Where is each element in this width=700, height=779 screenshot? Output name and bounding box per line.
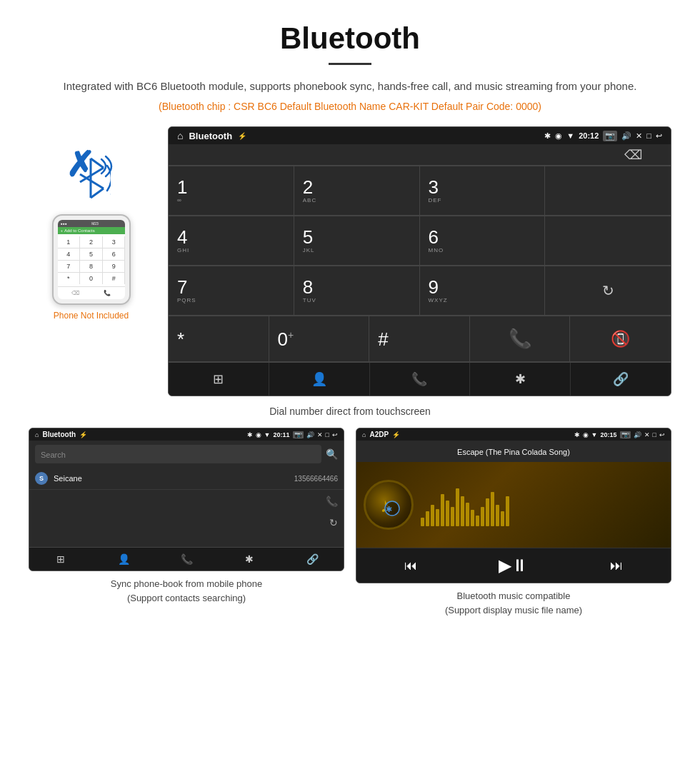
pb-signal-icon: ▼: [264, 431, 271, 438]
pb-x-icon: ✕: [317, 431, 323, 438]
phonebook-caption-line2: (Support contacts searching): [127, 593, 246, 603]
phone-not-included-label: Phone Not Included: [54, 311, 129, 321]
page-title: Bluetooth: [43, 21, 657, 56]
bt-symbol-svg: [71, 155, 111, 201]
key-0[interactable]: 0+: [269, 316, 370, 362]
key-1[interactable]: 1 ∞: [169, 166, 294, 216]
eq-bar-13: [481, 507, 484, 526]
window-status-icon: □: [646, 131, 651, 140]
music-caption: Bluetooth music compatible (Support disp…: [356, 589, 671, 617]
pb-status-right: ✱ ◉ ▼ 20:11 📷 🔊 ✕ □ ↩: [247, 431, 338, 438]
pb-nav-grid[interactable]: ⊞: [29, 548, 92, 571]
music-note-svg: ♪ ✱: [374, 491, 403, 519]
music-back-icon: ↩: [659, 431, 665, 438]
play-pause-button[interactable]: ▶⏸: [499, 556, 529, 576]
nav-link-icon[interactable]: 🔗: [571, 363, 671, 396]
pb-vol-icon: 🔊: [306, 431, 314, 438]
pb-nav-person[interactable]: 👤: [92, 548, 155, 571]
pb-contact-letter: S: [35, 472, 48, 485]
usb-icon: ⚡: [238, 132, 246, 140]
pb-nav-phone[interactable]: 📞: [155, 548, 218, 571]
music-signal-icon: ▼: [591, 431, 598, 438]
music-win-icon: □: [653, 431, 656, 438]
pb-side-icons: 📞 ↻: [29, 490, 344, 547]
key-empty-1: [545, 166, 671, 216]
music-eq-area: [421, 483, 664, 526]
music-vol-icon: 🔊: [634, 431, 641, 438]
nav-person-icon[interactable]: 👤: [269, 363, 370, 396]
phone-key-3: 3: [103, 236, 125, 248]
eq-bar-17: [501, 511, 504, 526]
dial-pad[interactable]: 1 ∞ 2 ABC 3 DEF 4 GHI: [169, 166, 671, 362]
pb-side-phone-icon[interactable]: 📞: [326, 496, 338, 507]
dial-display: ⌫: [169, 144, 671, 166]
key-refresh[interactable]: ↻: [545, 266, 671, 316]
eq-bar-15: [491, 492, 494, 526]
pb-nav-link[interactable]: 🔗: [281, 548, 344, 571]
pb-bottom-nav: ⊞ 👤 📞 ✱ 🔗: [29, 547, 344, 571]
key-call-red[interactable]: 📵: [570, 316, 671, 362]
nav-grid-icon[interactable]: ⊞: [169, 363, 269, 396]
equalizer: [421, 483, 664, 526]
pb-back-icon: ↩: [332, 431, 338, 438]
music-status-left: ⌂ A2DP ⚡: [362, 431, 400, 438]
title-divider: [329, 63, 371, 65]
phonebook-item: ⌂ Bluetooth ⚡ ✱ ◉ ▼ 20:11 📷 🔊 ✕ □ ↩: [29, 428, 344, 617]
home-icon: ⌂: [177, 130, 183, 141]
orange-info: (Bluetooth chip : CSR BC6 Default Blueto…: [43, 101, 657, 112]
dial-bottom-nav: ⊞ 👤 📞 ✱ 🔗: [169, 362, 671, 396]
pb-time: 20:11: [274, 431, 290, 438]
pb-usb-icon: ⚡: [79, 431, 87, 438]
bt-status-icon: ✱: [544, 131, 551, 141]
svg-text:✱: ✱: [386, 505, 392, 513]
key-8[interactable]: 8 TUV: [294, 266, 420, 316]
main-caption: Dial number direct from touchscreen: [0, 400, 700, 428]
pb-contact-number: 13566664466: [294, 475, 338, 483]
pb-home-icon: ⌂: [35, 431, 39, 438]
key-hash[interactable]: #: [369, 316, 470, 362]
phone-key-8: 8: [80, 261, 102, 272]
key-4[interactable]: 4 GHI: [169, 216, 294, 266]
pb-nav-bt[interactable]: ✱: [218, 548, 281, 571]
next-button[interactable]: ⏭: [610, 558, 623, 573]
music-song-title-area: Escape (The Pina Colada Song): [356, 441, 671, 462]
status-left: ⌂ Bluetooth ⚡: [177, 130, 246, 141]
key-6[interactable]: 6 MNO: [420, 216, 546, 266]
key-5[interactable]: 5 JKL: [294, 216, 420, 266]
eq-bar-18: [506, 496, 509, 526]
key-empty-2: [545, 216, 671, 266]
key-9[interactable]: 9 WXYZ: [420, 266, 546, 316]
pb-bt-icon: ✱: [247, 431, 253, 438]
phonebook-caption-line1: Sync phone-book from mobile phone: [111, 578, 262, 589]
title-section: Bluetooth Integrated with BC6 Bluetooth …: [0, 0, 700, 119]
pb-search-icon[interactable]: 🔍: [326, 448, 338, 460]
phone-key-6: 6: [103, 248, 125, 260]
pb-loc-icon: ◉: [256, 431, 261, 438]
music-app-name: A2DP: [369, 431, 389, 438]
music-status-right: ✱ ◉ ▼ 20:15 📷 🔊 ✕ □ ↩: [574, 431, 665, 438]
key-call-green[interactable]: 📞: [470, 316, 571, 362]
camera-status-icon: 📷: [603, 131, 617, 141]
nav-phone-icon[interactable]: 📞: [370, 363, 471, 396]
nav-bt-icon[interactable]: ✱: [470, 363, 571, 396]
phone-key-star: *: [58, 273, 80, 284]
key-2[interactable]: 2 ABC: [294, 166, 420, 216]
close-status-icon: ✕: [636, 131, 642, 141]
delete-button[interactable]: ⌫: [624, 147, 642, 163]
eq-bar-11: [471, 510, 474, 526]
pb-side-refresh-icon[interactable]: ↻: [329, 517, 338, 528]
key-7[interactable]: 7 PQRS: [169, 266, 294, 316]
music-bt-status-icon: ✱: [574, 431, 580, 438]
pb-contact-name: Seicane: [54, 474, 289, 483]
pb-search-container: Search: [35, 445, 321, 463]
key-star[interactable]: *: [169, 316, 269, 362]
key-3[interactable]: 3 DEF: [420, 166, 546, 216]
pb-app-name: Bluetooth: [42, 431, 76, 438]
prev-button[interactable]: ⏮: [404, 558, 417, 573]
back-status-icon: ↩: [656, 131, 662, 141]
phone-key-hash: #: [103, 273, 125, 284]
phone-aside: ✗: [29, 126, 154, 321]
dial-status-bar: ⌂ Bluetooth ⚡ ✱ ◉ ▼ 20:12 📷 🔊 ✕ □ ↩: [169, 127, 671, 144]
music-caption-line1: Bluetooth music compatible: [457, 590, 571, 601]
pb-search-placeholder[interactable]: Search: [41, 451, 66, 459]
